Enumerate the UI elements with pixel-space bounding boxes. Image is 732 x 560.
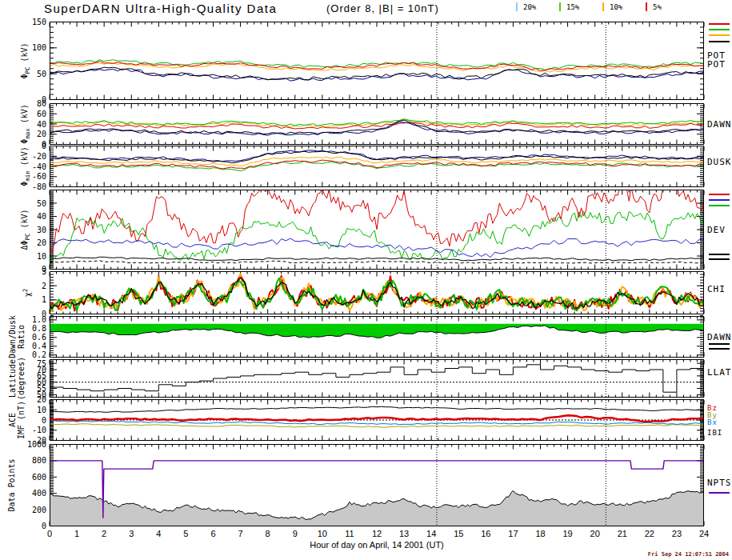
page-subtitle: (Order 8, |B| = 10nT) bbox=[326, 2, 439, 14]
data_points-ytick: 800 bbox=[32, 456, 46, 465]
hour-label-10: 10 bbox=[312, 529, 333, 538]
ace_imf-ytick: 0 bbox=[42, 416, 46, 425]
legend-label-10%: 10% bbox=[610, 3, 622, 11]
phi_pc-right-legend-line bbox=[709, 34, 730, 36]
latitude-ylabel: Latitude bbox=[8, 359, 17, 398]
ace_imf-ylabel: ACE bbox=[8, 413, 17, 427]
legend-label-20%: 20% bbox=[523, 3, 536, 11]
chi2-right-label-chi: CHI bbox=[707, 284, 726, 294]
phi_min-ytick: -40 bbox=[32, 162, 46, 171]
dawn_dusk_ratio-ytick: 1.0 bbox=[32, 315, 46, 324]
page-title: SuperDARN Ultra-High-Quality Data bbox=[44, 2, 277, 15]
phi_pc-ytick: 50 bbox=[37, 70, 46, 78]
phi_max-ytick: 20 bbox=[37, 130, 46, 138]
dphi_pc-right-legend-line bbox=[709, 199, 730, 201]
hour-label-6: 6 bbox=[203, 529, 224, 538]
ace_imf-ytick: -10 bbox=[32, 426, 46, 434]
chi2-ylabel: χ2 bbox=[22, 289, 32, 298]
ace_imf-right-label-ibi: IBI bbox=[707, 429, 722, 437]
hour-label-9: 9 bbox=[285, 529, 306, 538]
latitude-ylabel: (degrees) bbox=[17, 357, 26, 400]
hour-label-17: 17 bbox=[502, 529, 523, 538]
hour-label-18: 18 bbox=[530, 529, 551, 538]
phi_pc-panel: 050100150ΦPC (kV) bbox=[0, 22, 732, 100]
dawn_dusk_ratio-ytick: 0.4 bbox=[32, 342, 46, 350]
data_points-ytick: 400 bbox=[32, 489, 46, 498]
hour-label-1: 1 bbox=[66, 529, 87, 538]
dphi_pc-panel: 01020304050ΔΦPC (kV) bbox=[0, 190, 732, 270]
phi_pc-right-legend-line bbox=[709, 29, 730, 30]
dawn_dusk_ratio-ytick: 0.8 bbox=[32, 324, 46, 333]
ace_imf-ylabel: IMF (nT) bbox=[17, 401, 26, 439]
latitude-right-label-llat: LLAT bbox=[707, 367, 732, 378]
hour-label-16: 16 bbox=[475, 529, 496, 538]
dphi_pc-ytick: 20 bbox=[37, 238, 46, 247]
hour-label-21: 21 bbox=[612, 529, 633, 538]
dawn_dusk_ratio-green-fill-area bbox=[50, 324, 704, 338]
hour-label-24: 24 bbox=[694, 529, 714, 538]
dawn_dusk_ratio-right-legend-line bbox=[709, 343, 730, 345]
ace_imf-bz-red-series bbox=[50, 415, 704, 422]
phi_max-panel: 020406080Φmax (kV) bbox=[0, 103, 732, 145]
hour-label-7: 7 bbox=[230, 529, 251, 538]
data_points-right-legend-line bbox=[709, 492, 730, 494]
dphi_pc-right-legend-line bbox=[709, 205, 730, 206]
chi2-ytick: 3 bbox=[42, 267, 46, 276]
creation-timestamp: Fri Sep 24 12:07:51 2004 bbox=[648, 551, 729, 558]
ace_imf-right-label-bx: Bx bbox=[707, 418, 718, 426]
phi_max-right-label-dawn: DAWN bbox=[707, 119, 732, 130]
hour-label-23: 23 bbox=[666, 529, 687, 538]
phi_min-ylabel: Φmin (kV) bbox=[20, 146, 31, 186]
phi_min-ytick: -60 bbox=[32, 172, 46, 181]
data_points-ytick: 600 bbox=[32, 473, 46, 482]
chi2-ytick: 2 bbox=[42, 282, 46, 290]
phi_pc-ylabel: ΦPC (kV) bbox=[20, 42, 31, 78]
phi_max-ytick: 80 bbox=[37, 99, 46, 108]
phi_pc-ytick: 100 bbox=[32, 43, 46, 52]
phi_pc-right-legend-line bbox=[709, 41, 730, 42]
hour-label-19: 19 bbox=[558, 529, 578, 538]
hour-label-4: 4 bbox=[148, 529, 169, 538]
ace_imf-ytick: 20 bbox=[37, 395, 46, 404]
latitude-panel: 505560657075Latitude(degrees) bbox=[0, 359, 732, 398]
phi_max-green-series bbox=[50, 119, 704, 126]
hour-label-0: 0 bbox=[39, 529, 60, 538]
ace_imf-panel: -20-1001020ACEIMF (nT) bbox=[0, 399, 732, 441]
latitude-ytick: 75 bbox=[37, 359, 46, 368]
dphi_pc-ylabel: ΔΦPC (kV) bbox=[20, 209, 31, 250]
superdarn-quality-plot: SuperDARN Ultra-High-Quality Data (Order… bbox=[0, 0, 732, 560]
legend-mark-5% bbox=[646, 2, 647, 11]
hour-label-3: 3 bbox=[121, 529, 142, 538]
phi_max-ytick: 60 bbox=[37, 110, 46, 118]
dawn_dusk_ratio-right-label-dawn: DAWN bbox=[707, 332, 732, 342]
dawn_dusk_ratio-ytick: 0.6 bbox=[32, 333, 46, 342]
dphi_pc-right-label-dev: DEV bbox=[707, 225, 726, 235]
phi_max-ylabel: Φmax (kV) bbox=[20, 104, 31, 144]
hour-label-11: 11 bbox=[339, 529, 360, 538]
dawn_dusk_ratio-ytick: 0.2 bbox=[32, 350, 46, 359]
phi_min-panel: -80-60-40-200Φmin (kV) bbox=[0, 146, 732, 187]
phi_min-ytick: 0 bbox=[42, 142, 46, 150]
phi_max-ytick: 40 bbox=[37, 120, 46, 129]
dphi_pc-right-legend-line bbox=[709, 254, 730, 255]
phi_pc-ytick: 150 bbox=[32, 18, 46, 26]
dphi_pc-ytick: 30 bbox=[37, 226, 46, 234]
x-axis-title: Hour of day on April, 14 2001 (UT) bbox=[217, 540, 537, 550]
data_points-panel: 02004006008001000Data Points bbox=[0, 444, 732, 526]
legend-mark-20% bbox=[516, 2, 518, 11]
legend-mark-15% bbox=[559, 2, 561, 11]
chi2-ytick: 1 bbox=[42, 295, 46, 304]
hour-label-8: 8 bbox=[258, 529, 278, 538]
hour-label-12: 12 bbox=[366, 529, 387, 538]
phi_pc-right-legend-line bbox=[709, 23, 730, 25]
dawn_dusk_ratio-right-legend-line bbox=[709, 348, 730, 350]
phi_pc-right-label-pot: POT bbox=[707, 59, 726, 70]
chi2-panel: 0123χ2 bbox=[0, 271, 732, 314]
data_points-right-label-npts: NPTS bbox=[707, 478, 732, 488]
hour-label-22: 22 bbox=[639, 529, 660, 538]
dphi_pc-ytick: 10 bbox=[37, 252, 46, 261]
legend-mark-10% bbox=[602, 2, 604, 11]
dphi_pc-ytick: 50 bbox=[37, 199, 46, 208]
phi_min-right-label-dusk: DUSK bbox=[707, 157, 732, 167]
hour-label-13: 13 bbox=[394, 529, 414, 538]
